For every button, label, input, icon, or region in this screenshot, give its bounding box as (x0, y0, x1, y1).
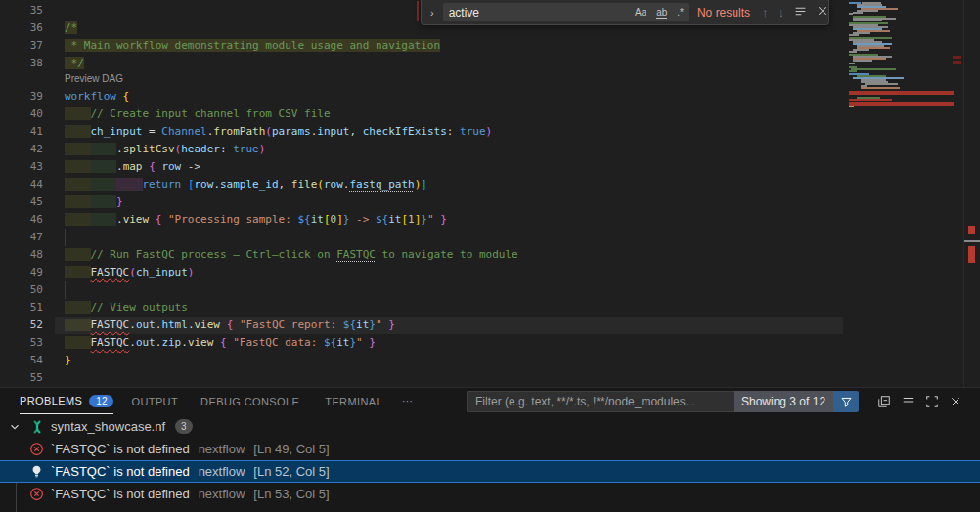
problem-row[interactable]: `FASTQC` is not defined nextflow [Ln 49,… (0, 438, 980, 460)
code-line[interactable] (55, 369, 843, 387)
lightbulb-icon (29, 464, 45, 480)
chevron-down-icon[interactable] (8, 420, 23, 434)
problem-location: [Ln 52, Col 5] (253, 464, 329, 479)
code-line[interactable]: return [row.sample_id, file(row.fastq_pa… (55, 176, 843, 193)
problem-message: `FASTQC` is not defined (51, 464, 190, 479)
line-number[interactable]: 49 (0, 264, 43, 281)
problems-file-row[interactable]: syntax_showcase.nf 3 (0, 415, 980, 438)
line-number[interactable]: 51 (0, 299, 43, 317)
tab-problems-label: PROBLEMS (20, 395, 82, 406)
code-line[interactable]: // View outputs (55, 299, 843, 317)
line-number[interactable]: 35 (0, 2, 43, 20)
code-line[interactable]: workflow { (55, 88, 843, 106)
tab-debug-console[interactable]: DEBUG CONSOLE (200, 388, 299, 414)
find-input[interactable] (443, 6, 630, 20)
line-number[interactable]: 42 (0, 141, 43, 158)
code-line[interactable]: * Main workflow demonstrating module usa… (55, 37, 843, 55)
code-line[interactable]: } (55, 193, 843, 211)
minimap-line (861, 87, 900, 89)
minimap-line (849, 70, 857, 72)
code-line[interactable]: FASTQC.out.zip.view { "FastQC data: ${it… (55, 334, 843, 352)
code-line[interactable]: .splitCsv(header: true) (55, 141, 843, 158)
code-line[interactable] (55, 281, 843, 299)
line-number[interactable]: 37 (0, 37, 43, 55)
line-number[interactable]: 41 (0, 123, 43, 141)
code-line[interactable]: // Run FastQC process – Ctrl–click on FA… (55, 246, 843, 264)
line-number[interactable]: 44 (0, 176, 43, 193)
ruler-cursor-mark (964, 240, 980, 242)
minimap-error-edge (953, 61, 961, 64)
problem-location: [Ln 49, Col 5] (253, 442, 329, 456)
view-as-table-icon[interactable] (900, 393, 917, 410)
toggle-replace-chevron[interactable]: › (422, 7, 443, 19)
maximize-panel-icon[interactable] (923, 393, 941, 410)
find-results-label: No results (697, 6, 752, 20)
line-number[interactable]: 52 (0, 317, 43, 334)
find-input-box: Aa ab .* (443, 3, 689, 21)
problem-message: `FASTQC` is not defined (51, 442, 190, 456)
line-number[interactable]: 47 (0, 229, 43, 246)
line-number[interactable]: 40 (0, 106, 43, 123)
find-next-button[interactable]: ↓ (778, 5, 784, 20)
vscode-window: 3536373839404142434445464748495051525354… (0, 0, 980, 512)
panel-tab-bar: PROBLEMS 12 OUTPUT DEBUG CONSOLE TERMINA… (20, 388, 414, 414)
tab-problems[interactable]: PROBLEMS 12 (20, 388, 113, 414)
code-line[interactable]: */ (55, 55, 843, 72)
line-number[interactable]: 36 (0, 20, 43, 37)
code-line[interactable] (55, 229, 843, 246)
find-widget: › Aa ab .* No results ↑ ↓ (421, 0, 829, 25)
line-number[interactable]: 48 (0, 246, 43, 264)
code-line[interactable]: FASTQC(ch_input) (55, 264, 843, 281)
problems-count-badge: 12 (89, 395, 113, 407)
collapse-all-icon[interactable] (875, 393, 893, 410)
minimap-error-bar (849, 102, 954, 106)
ruler-error-mark (968, 246, 975, 263)
filter-funnel-icon[interactable] (833, 391, 859, 412)
line-number[interactable]: 50 (0, 281, 43, 299)
problems-file-name: syntax_showcase.nf (51, 419, 165, 434)
overview-ruler (963, 0, 980, 387)
minimap-line (865, 83, 898, 85)
line-number[interactable]: 39 (0, 88, 43, 106)
minimap-line (849, 51, 857, 53)
code-line[interactable]: // Create input channel from CSV file (55, 106, 843, 123)
tab-terminal[interactable]: TERMINAL (325, 388, 382, 414)
minimap-error-bar (849, 99, 892, 101)
line-number[interactable]: 38 (0, 55, 43, 72)
line-number[interactable] (0, 72, 43, 88)
find-previous-button[interactable]: ↑ (762, 5, 769, 20)
code-line[interactable]: FASTQC.out.html.view { "FastQC report: $… (55, 317, 843, 334)
minimap-line (853, 20, 882, 21)
line-number[interactable]: 54 (0, 352, 43, 369)
minimap-line (857, 97, 880, 99)
minimap-line (849, 63, 855, 64)
minimap-line (849, 13, 853, 15)
minimap-line (849, 34, 859, 36)
filter-input[interactable] (467, 391, 734, 412)
line-number[interactable]: 55 (0, 369, 43, 387)
line-number[interactable]: 43 (0, 158, 43, 176)
problems-tree: syntax_showcase.nf 3 `FASTQC` is not def… (0, 415, 980, 505)
find-in-selection-icon[interactable] (794, 5, 807, 21)
line-number-gutter[interactable]: 3536373839404142434445464748495051525354… (0, 2, 43, 387)
whole-word-icon[interactable]: ab (656, 7, 667, 19)
close-panel-icon[interactable] (947, 393, 964, 410)
line-number[interactable]: 53 (0, 334, 43, 352)
close-find-icon[interactable] (817, 5, 828, 20)
find-range-mark (417, 1, 419, 21)
code-line[interactable]: } (55, 352, 843, 369)
regex-icon[interactable]: .* (677, 7, 684, 18)
problem-row-selected[interactable]: `FASTQC` is not defined nextflow [Ln 52,… (0, 460, 980, 483)
minimap[interactable] (847, 0, 963, 387)
codelens-preview-dag[interactable]: Preview DAG (65, 73, 123, 84)
line-number[interactable]: 45 (0, 193, 43, 211)
match-case-icon[interactable]: Aa (635, 7, 646, 18)
code-line[interactable]: ch_input = Channel.fromPath(params.input… (55, 123, 843, 141)
code-area[interactable]: /* * Main workflow demonstrating module … (55, 2, 843, 387)
tab-output[interactable]: OUTPUT (131, 388, 178, 414)
code-line[interactable]: .view { "Processing sample: ${it[0]} -> … (55, 211, 843, 229)
tab-more-icon[interactable]: ⋯ (402, 388, 413, 414)
code-line[interactable]: .map { row -> (55, 158, 843, 176)
problem-row[interactable]: `FASTQC` is not defined nextflow [Ln 53,… (0, 483, 980, 505)
line-number[interactable]: 46 (0, 211, 43, 229)
